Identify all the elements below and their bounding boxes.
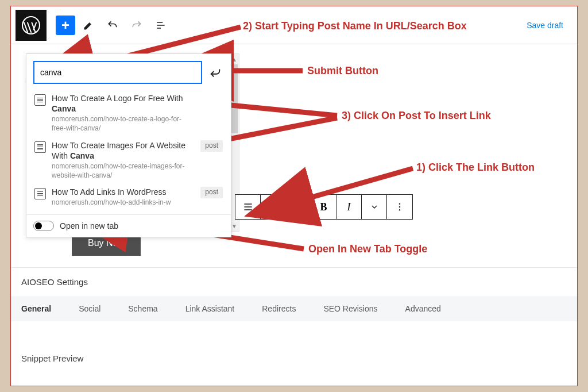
annotation-label: Open In New Tab Toggle [308, 243, 427, 255]
submit-link-button[interactable] [207, 64, 224, 81]
tab-redirects[interactable]: Redirects [262, 304, 296, 313]
tab-seo-revisions[interactable]: SEO Revisions [323, 304, 377, 313]
svg-point-1 [399, 203, 401, 205]
editor-topbar: + Save draft [11, 6, 577, 44]
result-title: How To Add Links In WordPress [52, 187, 195, 197]
annotation-label: Submit Button [307, 65, 378, 77]
editor-frame: + Save draft How To Create A Logo [10, 6, 578, 386]
tab-schema[interactable]: Schema [128, 304, 157, 313]
page-icon [34, 141, 46, 153]
svg-point-2 [399, 206, 401, 208]
outline-icon[interactable] [150, 14, 172, 36]
align-icon[interactable] [261, 195, 286, 219]
more-format-dropdown[interactable] [362, 195, 387, 219]
aioseo-title: AIOSEO Settings [11, 268, 577, 296]
aioseo-panel: AIOSEO Settings General Social Schema Li… [11, 267, 577, 363]
page-icon [34, 94, 46, 106]
bold-button[interactable]: B [311, 195, 336, 219]
open-new-tab-toggle[interactable] [33, 221, 54, 231]
link-result-item[interactable]: How To Create A Logo For Free With Canva… [29, 90, 229, 137]
redo-icon[interactable] [126, 14, 148, 36]
tab-social[interactable]: Social [79, 304, 100, 313]
link-result-item[interactable]: How To Add Links In WordPress nomorerush… [29, 183, 229, 211]
result-title: How To Create A Logo For Free With Canva [52, 93, 195, 114]
result-title: How To Create Images For A Website With … [52, 140, 195, 161]
svg-point-3 [399, 209, 401, 211]
snippet-preview-label: Snippet Preview [11, 321, 577, 363]
result-url: nomorerush.com/how-to-create-images-for-… [52, 162, 195, 180]
undo-icon[interactable] [102, 14, 123, 36]
italic-button[interactable]: I [336, 195, 362, 219]
link-results-list: How To Create A Logo For Free With Canva… [26, 90, 231, 214]
result-url: nomorerush.com/how-to-create-a-logo-for-… [52, 115, 195, 133]
link-popover: How To Create A Logo For Free With Canva… [26, 53, 231, 237]
wordpress-logo[interactable] [16, 10, 47, 41]
annotation-label: 3) Click On Post To Insert Link [342, 110, 491, 122]
tab-advanced[interactable]: Advanced [405, 304, 441, 313]
tab-general[interactable]: General [21, 304, 51, 313]
tab-link-assistant[interactable]: Link Assistant [185, 304, 235, 313]
aioseo-tabs: General Social Schema Link Assistant Red… [11, 296, 577, 321]
result-type-badge: post [200, 187, 223, 198]
save-draft-link[interactable]: Save draft [527, 21, 563, 30]
link-result-item[interactable]: How To Create Images For A Website With … [29, 137, 229, 184]
paragraph-icon[interactable] [235, 195, 261, 219]
result-url: nomorerush.com/how-to-add-links-in-w [52, 198, 195, 207]
add-block-button[interactable]: + [56, 16, 75, 35]
block-toolbar: B I [235, 194, 413, 220]
page-icon [34, 188, 46, 199]
more-options-button[interactable] [387, 195, 412, 219]
link-button[interactable] [286, 195, 311, 219]
annotation-label: 1) Click The Link Button [416, 162, 535, 174]
open-new-tab-label: Open in new tab [60, 221, 118, 230]
url-search-input[interactable] [33, 61, 202, 84]
edit-mode-icon[interactable] [78, 14, 99, 36]
result-type-badge: post [200, 140, 223, 152]
